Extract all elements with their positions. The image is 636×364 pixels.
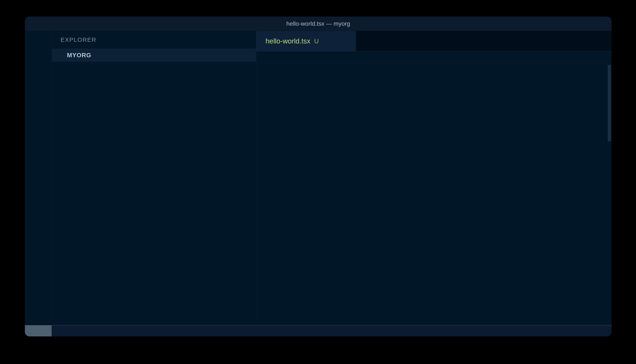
editor-actions [602,31,611,51]
status-bar [25,325,611,336]
workbench: EXPLORER MYORG hello-world.tsx U [25,31,611,325]
editor-scrollbar[interactable] [608,65,611,141]
activity-bar [25,31,52,325]
window-title: hello-world.tsx — myorg [25,20,611,27]
tab-label: hello-world.tsx [266,37,310,45]
tab-bar: hello-world.tsx U [256,31,611,51]
explorer-sidebar: EXPLORER MYORG [52,31,256,325]
explorer-header: EXPLORER [52,31,256,49]
breadcrumb [256,51,611,63]
vscode-window: hello-world.tsx — myorg EXPLORER MYORG h… [25,16,611,336]
titlebar: hello-world.tsx — myorg [25,16,611,31]
code-area[interactable] [256,63,611,325]
tab-git-status-badge: U [314,38,319,45]
explorer-title: EXPLORER [61,36,96,43]
workspace-section-header[interactable]: MYORG [52,49,256,62]
remote-indicator-button[interactable] [25,326,52,336]
tab-hello-world-tsx[interactable]: hello-world.tsx U [256,31,356,51]
editor-group: hello-world.tsx U [256,31,611,325]
workspace-name: MYORG [67,52,91,59]
